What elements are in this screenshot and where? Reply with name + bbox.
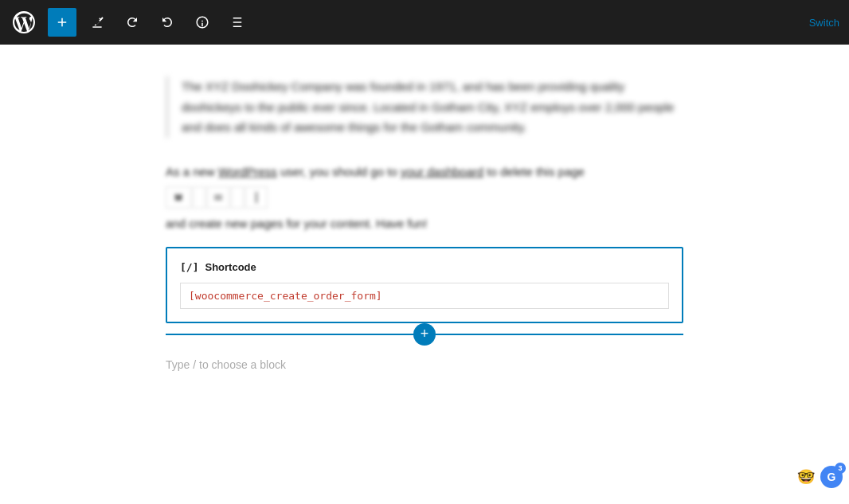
emoji-extension-1: 🤓 xyxy=(795,466,817,488)
shortcode-block: [/] Shortcode xyxy=(166,247,683,323)
add-block-inline-button[interactable]: + xyxy=(413,323,436,346)
content-area: The XYZ Doohickey Company was founded in… xyxy=(0,45,849,504)
editor-area: The XYZ Doohickey Company was founded in… xyxy=(0,45,849,504)
shortcode-icon: [/] xyxy=(180,261,198,273)
blurred-paragraph-block: As a new WordPress user, you should go t… xyxy=(166,162,683,234)
switch-button[interactable]: Switch xyxy=(809,17,839,29)
shortcode-input[interactable] xyxy=(180,283,669,309)
type-hint: Type / to choose a block xyxy=(166,358,683,371)
shortcode-header: [/] Shortcode xyxy=(180,261,669,273)
toolbar-right: Switch xyxy=(809,17,839,29)
redo-button[interactable] xyxy=(153,8,182,37)
edit-button[interactable] xyxy=(83,8,112,37)
wordpress-logo xyxy=(10,8,38,37)
menu-button[interactable] xyxy=(223,8,252,37)
extension-icons: 🤓 G 3 xyxy=(795,466,843,488)
info-button[interactable] xyxy=(188,8,217,37)
add-block-line-right xyxy=(436,334,683,335)
undo-button[interactable] xyxy=(118,8,147,37)
blurred-blockquote: The XYZ Doohickey Company was founded in… xyxy=(166,76,683,138)
google-extension: G 3 xyxy=(820,466,843,488)
inline-mini-toolbar: M xyxy=(166,186,683,209)
top-toolbar: Switch xyxy=(0,0,849,45)
extension-badge: 3 xyxy=(835,463,846,474)
add-block-line-left xyxy=(166,334,413,335)
editor-inner: The XYZ Doohickey Company was founded in… xyxy=(166,76,683,371)
shortcode-label: Shortcode xyxy=(205,261,256,273)
add-block-row: + xyxy=(166,323,683,346)
add-block-button[interactable] xyxy=(48,8,76,37)
